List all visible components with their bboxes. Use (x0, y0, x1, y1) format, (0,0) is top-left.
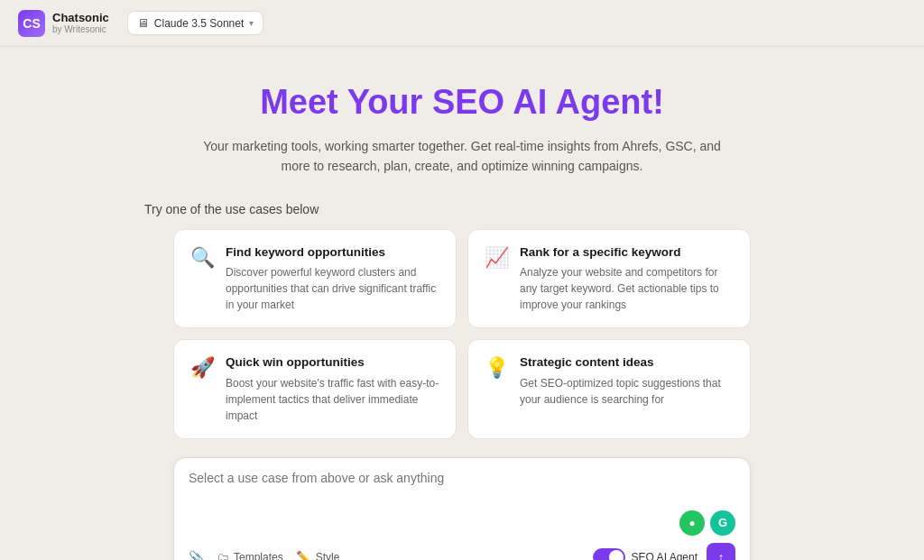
card-title: Quick win opportunities (226, 354, 439, 371)
style-button[interactable]: ✏️ Style (296, 546, 340, 560)
toggle-knob (609, 550, 624, 560)
attach-button[interactable]: 📎 (189, 546, 204, 560)
style-icon: ✏️ (296, 550, 311, 560)
chat-input[interactable] (189, 471, 735, 507)
header: CS Chatsonic by Writesonic 🖥 Claude 3.5 … (0, 0, 924, 47)
chat-toolbar: 📎 🗂 Templates ✏️ Style SEO AI Agent (189, 543, 735, 560)
main-content: Meet Your SEO AI Agent! Your marketing t… (0, 47, 924, 560)
seo-agent-toggle[interactable]: SEO AI Agent (593, 548, 698, 560)
app-by: by Writesonic (52, 24, 109, 35)
rank-icon: 📈 (485, 246, 509, 270)
card-title: Find keyword opportunities (226, 244, 439, 261)
card-rank-keyword[interactable]: 📈 Rank for a specific keyword Analyze yo… (467, 229, 751, 329)
card-desc: Discover powerful keyword clusters and o… (226, 264, 439, 313)
logo-area: CS Chatsonic by Writesonic (18, 10, 109, 37)
plugin-icon-grammarly: G (710, 510, 735, 536)
plugin-icons-row: ● G (189, 510, 735, 536)
send-button[interactable]: ↑ (707, 543, 735, 560)
model-selector[interactable]: 🖥 Claude 3.5 Sonnet ▾ (127, 11, 263, 35)
model-icon: 🖥 (137, 16, 149, 30)
chat-input-container: ● G 📎 🗂 Templates ✏️ Style (173, 457, 751, 560)
send-icon: ↑ (718, 550, 725, 560)
templates-label: Templates (234, 551, 283, 560)
card-desc: Boost your website's traffic fast with e… (226, 375, 439, 424)
toggle-label: SEO AI Agent (632, 551, 698, 560)
app-logo-icon: CS (18, 10, 45, 37)
card-quick-wins[interactable]: 🚀 Quick win opportunities Boost your web… (173, 339, 457, 439)
keyword-icon: 🔍 (190, 246, 215, 270)
section-label: Try one of the use cases below (144, 202, 319, 216)
use-cases-grid: 🔍 Find keyword opportunities Discover po… (173, 229, 751, 439)
card-content-ideas[interactable]: 💡 Strategic content ideas Get SEO-optimi… (467, 339, 751, 439)
templates-button[interactable]: 🗂 Templates (217, 546, 283, 560)
card-title: Strategic content ideas (520, 354, 734, 371)
card-desc: Analyze your website and competitors for… (520, 264, 734, 313)
content-ideas-icon: 💡 (485, 356, 509, 380)
page-title: Meet Your SEO AI Agent! (260, 83, 664, 122)
card-keyword-opportunities[interactable]: 🔍 Find keyword opportunities Discover po… (173, 229, 457, 329)
toolbar-right: SEO AI Agent ↑ (593, 543, 735, 560)
templates-icon: 🗂 (217, 550, 229, 560)
card-desc: Get SEO-optimized topic suggestions that… (520, 375, 734, 408)
toolbar-left: 📎 🗂 Templates ✏️ Style (189, 546, 339, 560)
logo-text-group: Chatsonic by Writesonic (52, 11, 109, 36)
plugin-icon-1: ● (679, 510, 705, 536)
subtitle: Your marketing tools, working smarter to… (200, 136, 724, 177)
chevron-down-icon: ▾ (249, 18, 254, 28)
card-title: Rank for a specific keyword (520, 244, 734, 261)
quick-win-icon: 🚀 (190, 356, 215, 380)
attach-icon: 📎 (189, 550, 204, 560)
model-name: Claude 3.5 Sonnet (154, 17, 244, 30)
toggle-switch[interactable] (593, 548, 625, 560)
app-name: Chatsonic (52, 11, 109, 25)
style-label: Style (316, 551, 340, 560)
